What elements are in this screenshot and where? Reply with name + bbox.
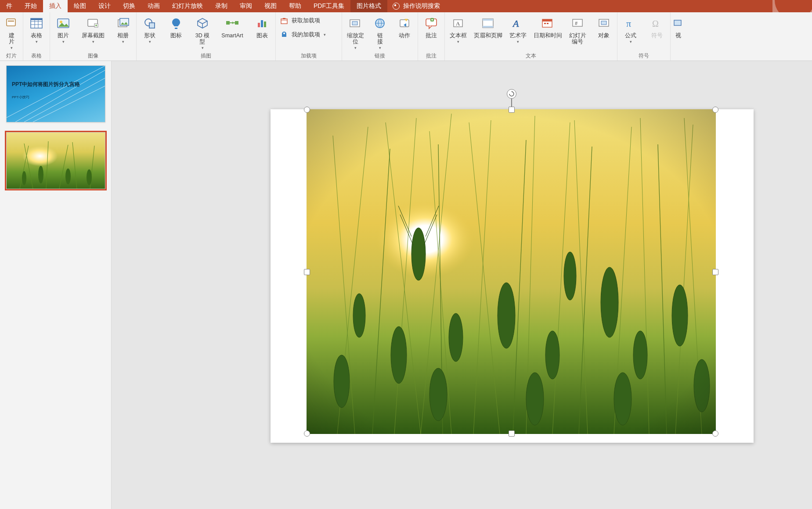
action-button[interactable]: 动作 [391, 14, 418, 39]
slide-thumbnail-1[interactable]: PPT中如何将图片拆分九宫格 PPT小技巧 [6, 65, 105, 122]
chevron-down-icon: ▾ [62, 39, 65, 44]
svg-text:A: A [456, 20, 460, 27]
tab-file-stub[interactable]: 件 [0, 0, 18, 12]
comment-button[interactable]: 批注 [418, 14, 444, 39]
link-label: 链接 [377, 32, 383, 45]
svg-line-52 [33, 86, 105, 122]
svg-rect-21 [261, 20, 263, 27]
svg-rect-23 [281, 19, 287, 24]
slide-thumbnail-2[interactable] [6, 132, 105, 189]
selected-picture[interactable] [307, 109, 716, 434]
video-label: 视 [675, 32, 681, 39]
resize-handle-left[interactable] [304, 269, 310, 275]
chevron-down-icon: ▾ [457, 39, 459, 44]
3d-models-icon [195, 16, 210, 31]
shapes-button[interactable]: 形状 ▾ [137, 14, 163, 44]
chart-icon [255, 16, 270, 31]
table-button[interactable]: 表格 ▾ [23, 14, 50, 44]
rotate-handle[interactable] [507, 89, 516, 99]
symbol-icon: Ω [650, 16, 664, 31]
chart-button[interactable]: 图表 [249, 14, 275, 39]
resize-handle-bottom-right[interactable] [712, 430, 718, 437]
tab-review[interactable]: 审阅 [234, 0, 258, 12]
equation-icon: π [623, 16, 638, 31]
svg-rect-107 [307, 109, 716, 434]
icons-label: 图标 [170, 32, 182, 39]
tab-transitions[interactable]: 切换 [117, 0, 141, 12]
svg-rect-2 [8, 21, 14, 22]
new-slide-button[interactable]: 建片 ▾ [0, 14, 23, 50]
tab-pdf-tools[interactable]: PDF工具集 [307, 0, 350, 12]
group-label-slides: 灯片 [6, 51, 17, 60]
svg-rect-22 [264, 22, 266, 27]
get-addins-button[interactable]: 获取加载项 [280, 17, 337, 25]
3d-models-button[interactable]: 3D 模型 ▾ [189, 14, 216, 50]
slide2-preview [7, 133, 105, 189]
icons-icon [169, 16, 184, 31]
slide-number-button[interactable]: # 幻灯片编号 [564, 14, 591, 45]
tab-design[interactable]: 设计 [92, 0, 117, 12]
resize-handle-top-right[interactable] [712, 107, 718, 113]
chevron-down-icon: ▾ [517, 39, 519, 44]
my-addins-icon [280, 31, 288, 39]
wordart-button[interactable]: A 艺术字 ▾ [505, 14, 531, 44]
pictures-icon [56, 16, 71, 31]
datetime-button[interactable]: 日期和时间 [531, 14, 564, 39]
svg-point-64 [87, 169, 92, 185]
smartart-label: SmartArt [221, 32, 243, 39]
tab-picture-format[interactable]: 图片格式 [350, 0, 387, 12]
equation-button[interactable]: π 公式 ▾ [617, 14, 644, 44]
tab-view[interactable]: 视图 [258, 0, 283, 12]
tab-insert[interactable]: 插入 [43, 0, 68, 12]
resize-handle-top-left[interactable] [304, 107, 310, 113]
symbol-button[interactable]: Ω 符号 [644, 14, 670, 39]
object-button[interactable]: 对象 [591, 14, 617, 39]
resize-handle-bottom-left[interactable] [304, 430, 310, 437]
photo-album-button[interactable]: 相册 ▾ [110, 14, 136, 44]
my-addins-button[interactable]: 我的加载项 ▾ [280, 31, 337, 39]
tab-slideshow[interactable]: 幻灯片放映 [166, 0, 209, 12]
svg-text:#: # [575, 21, 578, 26]
textbox-button[interactable]: A 文本框 ▾ [445, 14, 471, 44]
tab-draw[interactable]: 绘图 [68, 0, 92, 12]
workspace: PPT中如何将图片拆分九宫格 PPT小技巧 [0, 61, 812, 509]
slide1-title: PPT中如何将图片拆分九宫格 [12, 81, 80, 88]
comment-icon [424, 16, 439, 31]
get-addins-label: 获取加载项 [292, 17, 320, 25]
resize-handle-bottom[interactable] [509, 430, 515, 437]
svg-line-53 [7, 66, 105, 118]
action-label: 动作 [399, 32, 410, 39]
resize-handle-right[interactable] [712, 269, 718, 275]
chart-label: 图表 [256, 32, 268, 39]
icons-button[interactable]: 图标 [163, 14, 189, 39]
tab-animations[interactable]: 动画 [141, 0, 166, 12]
resize-handle-top[interactable] [509, 107, 515, 113]
slide-thumbnail-panel[interactable]: PPT中如何将图片拆分九宫格 PPT小技巧 [0, 61, 112, 509]
action-icon [397, 16, 412, 31]
screenshot-button[interactable]: 屏幕截图 ▾ [76, 14, 110, 44]
zoom-label: 缩放定位 [347, 32, 364, 45]
tell-me-search[interactable]: 操作说明搜索 [387, 0, 445, 12]
slide-stage[interactable] [112, 61, 812, 509]
link-button[interactable]: 链接 ▾ [368, 14, 391, 50]
pictures-button[interactable]: 图片 ▾ [50, 14, 76, 44]
smartart-button[interactable]: SmartArt [216, 14, 249, 39]
datetime-icon [540, 16, 555, 31]
tab-record[interactable]: 录制 [209, 0, 234, 12]
textbox-label: 文本框 [450, 32, 467, 39]
picture-content [307, 109, 716, 434]
group-label-comments: 批注 [426, 51, 437, 60]
chevron-down-icon: ▾ [36, 39, 38, 44]
video-button[interactable]: 视 [671, 14, 686, 39]
shapes-label: 形状 [144, 32, 155, 39]
rotate-icon [509, 91, 515, 97]
wordart-icon: A [510, 16, 525, 31]
svg-rect-41 [544, 23, 546, 24]
header-footer-button[interactable]: 页眉和页脚 [471, 14, 505, 39]
tab-home[interactable]: 开始 [18, 0, 43, 12]
chevron-down-icon: ▾ [354, 46, 357, 50]
svg-rect-1 [7, 19, 15, 26]
svg-rect-26 [352, 22, 357, 25]
tab-help[interactable]: 帮助 [283, 0, 307, 12]
zoom-button[interactable]: 缩放定位 ▾ [342, 14, 368, 50]
